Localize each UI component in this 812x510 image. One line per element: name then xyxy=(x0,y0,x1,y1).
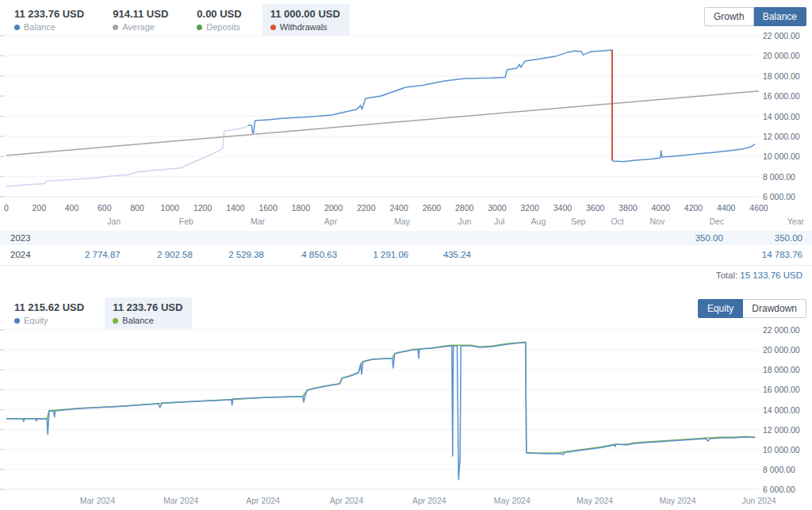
year-label: 2023 xyxy=(10,231,31,245)
deposits-dot-icon xyxy=(197,25,202,30)
year-axis-label: Year xyxy=(787,217,804,226)
x-tick-label: 4200 xyxy=(684,203,703,213)
y-axis-label: 22 000.00 xyxy=(763,325,800,335)
x-tick-label: 3800 xyxy=(619,203,637,213)
month-label: May 2024 xyxy=(659,496,695,505)
equity-chart-mode-toggle: EquityDrawdown xyxy=(698,299,806,318)
legend-item-withdrawals[interactable]: 11 000.00 USDWithdrawals xyxy=(262,4,350,36)
y-axis-label: 20 000.00 xyxy=(763,51,800,60)
legend-value-equity: 11 215.62 USD xyxy=(14,301,84,313)
month-label: Feb xyxy=(179,217,193,226)
legend-item-average[interactable]: 914.11 USDAverage xyxy=(105,4,178,36)
month-label: Apr 2024 xyxy=(330,496,364,505)
equity-button[interactable]: Equity xyxy=(698,299,743,318)
x-tick-label: 3000 xyxy=(488,203,506,213)
legend-item-balance[interactable]: 11 233.76 USDBalance xyxy=(6,4,94,36)
y-axis-label: 8 000.00 xyxy=(763,172,795,182)
x-tick-label: 1800 xyxy=(292,203,310,213)
legend-label-row: Deposits xyxy=(197,22,241,32)
year-row-2023: 2023350.00350.00 xyxy=(0,231,812,245)
y-axis-label: 14 000.00 xyxy=(763,405,800,415)
x-tick-label: 4600 xyxy=(749,203,768,213)
month-label: Apr xyxy=(324,217,337,226)
legend-label-row: Average xyxy=(113,22,168,32)
legend-item-deposits[interactable]: 0.00 USDDeposits xyxy=(189,4,251,36)
x-tick-label: 2600 xyxy=(423,203,441,213)
x-tick-label: 4400 xyxy=(717,203,735,213)
month-label: May 2024 xyxy=(576,496,613,505)
account-statistics-page: 11 233.76 USDBalance914.11 USDAverage0.0… xyxy=(0,0,812,510)
y-axis-label: 12 000.00 xyxy=(763,425,800,435)
y-axis-label: 18 000.00 xyxy=(763,365,800,374)
month-label: Mar 2024 xyxy=(80,496,115,505)
month-label: May xyxy=(394,217,410,226)
x-tick-label: 0 xyxy=(4,203,9,213)
x-tick-label: 800 xyxy=(130,203,144,213)
pre-history-balance-line xyxy=(6,125,248,186)
balance-chart-legend: 11 233.76 USDBalance914.11 USDAverage0.0… xyxy=(6,4,350,36)
y-axis-label: 10 000.00 xyxy=(763,445,800,454)
month-label: Apr 2024 xyxy=(412,496,446,505)
x-tick-label: 600 xyxy=(98,203,112,213)
y-axis-label: 20 000.00 xyxy=(763,345,800,355)
balance-button[interactable]: Balance xyxy=(754,7,806,26)
average-trend-line xyxy=(6,91,759,155)
month-label: Mar xyxy=(251,217,265,226)
y-axis-label: 16 000.00 xyxy=(763,91,800,101)
withdrawals-dot-icon xyxy=(270,25,276,30)
month-label: Jun 2024 xyxy=(741,496,776,505)
month-label: Apr 2024 xyxy=(246,496,280,505)
year-total-cell: 14 783.76 xyxy=(762,245,802,265)
balance-chart-mode-toggle: GrowthBalance xyxy=(704,7,806,26)
month-label: Jul xyxy=(494,217,504,226)
balance-dot-icon xyxy=(113,318,118,324)
equity-dot-icon xyxy=(14,318,20,324)
month-label: Jun xyxy=(458,217,471,226)
legend-label-row: Balance xyxy=(14,22,84,32)
month-profit-cell: 4 850.63 xyxy=(301,245,337,265)
y-axis-label: 10 000.00 xyxy=(763,151,800,161)
total-value: 15 133.76 USD xyxy=(740,270,802,280)
year-total-cell: 350.00 xyxy=(775,231,802,245)
total-label: Total: xyxy=(716,270,738,280)
y-axis-label: 8 000.00 xyxy=(763,465,795,474)
x-tick-label: 3400 xyxy=(553,203,572,213)
legend-label-withdrawals: Withdrawals xyxy=(280,22,327,32)
average-dot-icon xyxy=(113,25,118,30)
equity-chart: 22 000.0020 000.0018 000.0016 000.0014 0… xyxy=(0,324,812,492)
y-axis-label: 16 000.00 xyxy=(763,385,800,394)
x-tick-label: 2200 xyxy=(357,203,375,213)
balance-dot-icon xyxy=(14,25,20,30)
month-label: Mar 2024 xyxy=(163,496,198,505)
y-axis-label: 6 000.00 xyxy=(763,192,795,201)
month-label: Nov xyxy=(650,217,665,226)
profit-total-line: Total: 15 133.76 USD xyxy=(716,270,802,280)
growth-button[interactable]: Growth xyxy=(704,7,754,26)
month-label: Sep xyxy=(571,217,586,226)
month-profit-cell: 1 291.06 xyxy=(373,245,408,265)
balance-line xyxy=(248,50,755,162)
legend-label-balance: Balance xyxy=(24,22,56,32)
x-tick-label: 1600 xyxy=(259,203,277,213)
legend-label-average: Average xyxy=(122,22,155,32)
y-axis-label: 18 000.00 xyxy=(763,71,800,81)
legend-label-row: Withdrawals xyxy=(270,22,340,32)
equity-line xyxy=(6,343,755,480)
drawdown-button[interactable]: Drawdown xyxy=(743,299,806,318)
legend-value-withdrawals: 11 000.00 USD xyxy=(270,8,340,20)
y-axis-label: 22 000.00 xyxy=(763,31,800,40)
x-tick-label: 1200 xyxy=(193,203,212,213)
month-label: Aug xyxy=(531,217,546,226)
x-tick-label: 1400 xyxy=(226,203,244,213)
x-tick-label: 1000 xyxy=(161,203,179,213)
legend-value-deposits: 0.00 USD xyxy=(197,8,241,20)
x-tick-label: 3200 xyxy=(520,203,538,213)
year-row-2024: 20242 774.872 902.582 529.384 850.631 29… xyxy=(0,245,812,266)
month-profit-cell: 435.24 xyxy=(443,245,471,265)
y-axis-label: 12 000.00 xyxy=(763,132,800,141)
x-tick-label: 200 xyxy=(32,203,46,213)
month-label: Jan xyxy=(107,217,121,226)
balance-chart: 22 000.0020 000.0018 000.0016 000.0014 0… xyxy=(0,32,812,200)
legend-label-deposits: Deposits xyxy=(206,22,240,32)
equity-chart-x-axis-months: Mar 2024Mar 2024Apr 2024Apr 2024Apr 2024… xyxy=(0,496,812,507)
